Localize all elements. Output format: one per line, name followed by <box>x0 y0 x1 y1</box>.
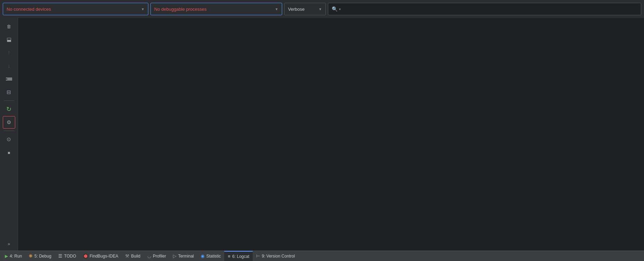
print-button[interactable]: ⊟ <box>3 86 15 98</box>
profiler-tab[interactable]: ◡ Profiler <box>144 251 169 261</box>
refresh-icon <box>6 105 11 113</box>
findbugs-label: FindBugs-IDEA <box>90 254 119 259</box>
verbose-dropdown[interactable]: Verbose ▼ <box>284 3 326 15</box>
stop-button[interactable] <box>3 146 15 159</box>
soft-wrap-button[interactable] <box>3 73 15 85</box>
todo-label: TODO <box>64 254 76 259</box>
findbugs-icon <box>83 254 88 259</box>
vc-icon: ⊢ <box>256 253 260 259</box>
separator-1 <box>4 101 14 101</box>
search-icon: 🔍 <box>332 6 338 12</box>
verbose-arrow: ▼ <box>319 7 322 11</box>
processes-arrow: ▼ <box>275 7 278 11</box>
more-tools-button[interactable]: » <box>3 240 15 248</box>
toolbar: No connected devices ▼ No debuggable pro… <box>0 0 644 18</box>
processes-label: No debuggable processes <box>154 7 207 12</box>
debug-icon <box>29 253 33 259</box>
terminal-tab[interactable]: ▷ Terminal <box>169 251 197 261</box>
verbose-label: Verbose <box>288 7 305 12</box>
debug-label: 5: Debug <box>34 254 51 259</box>
build-tab[interactable]: ⚒ Build <box>122 251 144 261</box>
debug-tab[interactable]: 5: Debug <box>25 251 55 261</box>
more-icon: » <box>8 241 10 246</box>
camera-icon: ⊙ <box>7 136 11 142</box>
terminal-label: Terminal <box>178 254 194 259</box>
scroll-down-button[interactable] <box>3 60 15 72</box>
gear-icon <box>7 119 11 125</box>
settings-button[interactable] <box>3 116 15 129</box>
version-control-tab[interactable]: ⊢ 9: Version Control <box>253 251 298 261</box>
configure-header-button[interactable]: ⬓ <box>3 33 15 46</box>
terminal-icon: ▷ <box>173 253 176 259</box>
statistic-label: Statistic <box>206 254 221 259</box>
search-dropdown-icon: ▾ <box>339 7 341 11</box>
search-icon-wrap: 🔍 ▾ <box>332 6 341 12</box>
profiler-icon: ◡ <box>147 253 151 259</box>
devices-dropdown[interactable]: No connected devices ▼ <box>3 3 148 15</box>
log-area <box>18 18 644 251</box>
scroll-up-button[interactable] <box>3 46 15 59</box>
sort-icon: ⬓ <box>7 36 11 43</box>
logcat-label: 6: Logcat <box>232 254 249 259</box>
separator-2 <box>4 131 14 131</box>
profiler-label: Profiler <box>153 254 166 259</box>
sidebar: ⬓ ⊟ ⊙ <box>0 18 18 251</box>
logcat-tab[interactable]: ≡ 6: Logcat <box>224 251 253 261</box>
print-icon: ⊟ <box>7 89 11 95</box>
statistic-icon: ◉ <box>201 253 204 259</box>
devices-arrow: ▼ <box>141 7 145 11</box>
findbugs-tab[interactable]: FindBugs-IDEA <box>80 251 122 261</box>
devices-label: No connected devices <box>7 7 51 12</box>
run-label: 4: Run <box>10 254 22 259</box>
todo-tab[interactable]: TODO <box>55 251 79 261</box>
up-icon <box>8 50 10 56</box>
trash-icon <box>7 23 11 29</box>
run-tab[interactable]: 4: Run <box>1 251 25 261</box>
search-box[interactable]: 🔍 ▾ <box>328 3 641 15</box>
build-label: Build <box>131 254 140 259</box>
main-area: ⬓ ⊟ ⊙ <box>0 18 644 251</box>
stop-icon <box>8 149 10 156</box>
todo-icon <box>58 253 62 259</box>
restart-button[interactable] <box>3 103 15 115</box>
processes-dropdown[interactable]: No debuggable processes ▼ <box>150 3 282 15</box>
screenshot-button[interactable]: ⊙ <box>3 133 15 146</box>
down-icon <box>8 63 10 69</box>
statusbar: 4: Run 5: Debug TODO FindBugs-IDEA ⚒ Bui… <box>0 251 644 261</box>
statistic-tab[interactable]: ◉ Statistic <box>197 251 224 261</box>
run-icon <box>5 254 8 259</box>
build-icon: ⚒ <box>125 253 129 259</box>
logcat-icon: ≡ <box>228 254 230 259</box>
vc-label: 9: Version Control <box>262 254 295 259</box>
wrap-icon <box>6 78 12 80</box>
clear-logcat-button[interactable] <box>3 20 15 33</box>
